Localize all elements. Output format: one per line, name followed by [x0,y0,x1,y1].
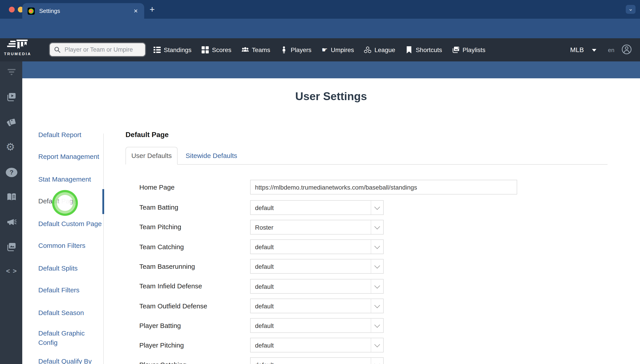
chevron-down-icon [371,304,383,308]
players-icon [280,46,288,54]
team-infield-defense-select[interactable]: default [250,279,384,294]
menu-item-default-season[interactable]: Default Season [38,308,106,317]
field-label-team-baserunning: Team Baserunning [139,262,195,271]
field-label-team-pitching: Team Pitching [139,222,181,232]
home-page-input[interactable] [250,180,517,194]
player-catching-select[interactable]: default [250,357,384,364]
tab-search-button[interactable]: ⌄ [626,5,636,14]
select-value: default [250,322,371,329]
nav-item-league[interactable]: League [364,46,395,54]
team-pitching-select[interactable]: Roster [250,220,384,234]
nav-label: Standings [164,46,192,54]
menu-item-default-report[interactable]: Default Report [38,130,106,139]
field-label-home-page: Home Page [139,183,174,192]
nav-item-standings[interactable]: Standings [154,46,192,54]
nav-label: Teams [252,46,270,54]
menu-item-stat-management[interactable]: Stat Management [38,174,106,184]
player-batting-select[interactable]: default [250,318,384,333]
settings-gear-icon[interactable]: ⚙ [6,141,15,153]
team-baserunning-select[interactable]: default [250,259,384,274]
nav-label: Players [291,46,311,54]
menu-item-default-custom-page[interactable]: Default Custom Page [38,219,106,228]
tab-title: Settings [39,8,132,14]
glossary-book-icon[interactable] [6,192,17,202]
trumedia-logo-text: TRUMEDIA [4,52,31,56]
trumedia-logo-mark [7,40,28,50]
active-menu-indicator [102,189,104,214]
field-label-player-batting: Player Batting [139,321,181,330]
nav-item-scores[interactable]: Scores [202,46,232,54]
global-search[interactable] [49,42,146,57]
select-value: default [250,361,371,364]
trumedia-logo[interactable]: TRUMEDIA [4,40,31,56]
chevron-down-icon [371,363,383,364]
nav-item-players[interactable]: Players [280,46,311,54]
embed-code-icon[interactable]: < > [4,267,19,274]
language-toggle[interactable]: en [608,47,614,54]
search-icon [54,46,61,53]
media-gallery-icon[interactable] [6,242,17,252]
standings-icon [154,46,161,54]
chevron-down-icon [371,245,383,249]
menu-item-default-graphic-config[interactable]: Default Graphic Config [38,328,92,347]
favicon-heatmap [28,7,35,14]
chevron-down-icon [371,284,383,288]
player-pitching-select[interactable]: default [250,338,384,352]
menu-divider [103,134,104,364]
video-playlist-icon[interactable] [6,92,17,102]
left-icon-sidebar [0,62,22,364]
chevron-down-icon [371,264,383,268]
tab-user-defaults[interactable]: User Defaults [126,147,178,165]
browser-toolbar: mlbdemo.trumedianetworks.com/baseball/se… [0,19,640,38]
menu-item-default-filters[interactable]: Default Filters [38,285,106,294]
tags-icon[interactable] [6,116,17,127]
team-batting-select[interactable]: default [250,200,384,215]
umpires-fist-icon: ☛ [322,46,328,54]
field-label-team-outfield-defense: Team Outfield Defense [139,302,207,310]
league-cubes-icon [364,46,372,54]
nav-label: Umpires [331,46,354,54]
nav-item-umpires[interactable]: ☛ Umpires [322,46,354,54]
page-title: User Settings [22,90,640,103]
chevron-down-icon [371,324,383,328]
field-label-team-batting: Team Batting [139,203,178,212]
search-input[interactable] [64,46,141,54]
select-value: Roster [250,224,371,231]
nav-item-teams[interactable]: Teams [242,46,270,54]
field-label-player-pitching: Player Pitching [139,341,184,350]
tab-sitewide-defaults[interactable]: Sitewide Defaults [186,147,237,165]
filter-icon[interactable] [6,67,17,78]
field-label-player-catching: Player Catching [139,360,186,364]
new-tab-button[interactable]: + [150,4,155,14]
nav-item-shortcuts[interactable]: Shortcuts [406,46,442,54]
menu-item-common-filters[interactable]: Common Filters [38,241,106,250]
chevron-down-icon [371,343,383,347]
menu-item-default-splits[interactable]: Default Splits [38,264,106,273]
window-close-button[interactable] [9,7,15,12]
menu-item-default-qualify-by[interactable]: Default Qualify By [38,356,106,364]
select-value: default [250,243,371,250]
help-icon[interactable]: ? [6,168,17,177]
nav-label: Playlists [462,46,485,54]
league-selector[interactable]: MLB [570,46,584,54]
account-profile-icon[interactable] [621,44,632,55]
browser-tabstrip: Settings ✕ + ⌄ [0,0,640,19]
team-outfield-defense-select[interactable]: default [250,298,384,313]
browser-tab-settings[interactable]: Settings ✕ [22,3,144,19]
nav-label: League [374,46,395,54]
announcements-megaphone-icon[interactable] [6,217,17,228]
section-heading: Default Page [126,131,169,139]
chevron-down-icon [371,206,383,210]
tab-close-icon[interactable]: ✕ [132,7,140,15]
team-catching-select[interactable]: default [250,240,384,254]
select-value: default [250,263,371,270]
scores-icon [202,46,209,54]
teams-icon [242,46,249,54]
select-value: default [250,342,371,349]
playlists-icon [452,46,459,54]
nav-item-playlists[interactable]: Playlists [452,46,485,54]
menu-item-report-management[interactable]: Report Management [38,152,106,161]
shortcuts-bookmark-icon [406,46,412,54]
league-caret-icon[interactable] [592,49,596,52]
select-value: default [250,283,371,290]
